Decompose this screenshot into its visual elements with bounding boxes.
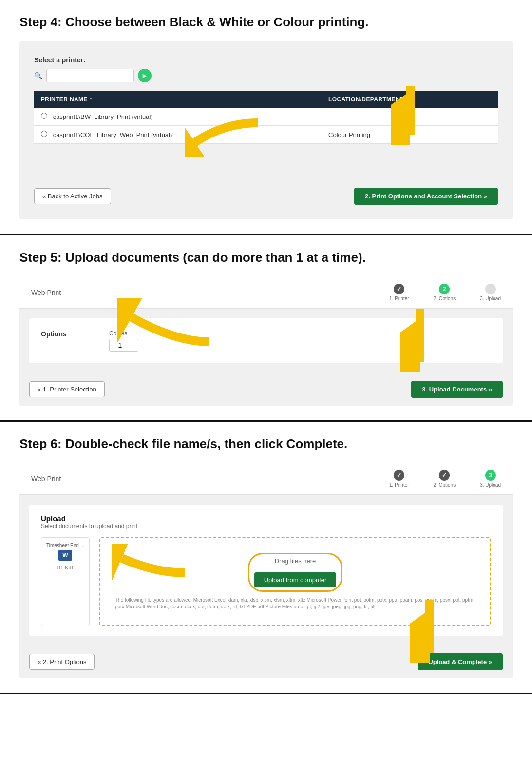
step6-footer: « 2. Print Options Upload & Complete » (19, 646, 513, 678)
webprint-label: Web Print (31, 289, 61, 296)
stepper-label-3: 3. Upload (480, 296, 501, 301)
upload-header: Upload Select documents to upload and pr… (41, 514, 491, 529)
print-options-account-button[interactable]: 2. Print Options and Account Selection » (354, 188, 498, 205)
step4-title: Step 4: Choose between Black & White or … (19, 15, 513, 30)
back-to-active-jobs-button[interactable]: « Back to Active Jobs (34, 188, 111, 204)
col-printer-name: PRINTER NAME ↑ (34, 91, 322, 108)
table-row: casprint1\BW_Library_Print (virtual) (34, 108, 498, 126)
stepper-label-1: 1. Printer (389, 482, 409, 488)
step5-title: Step 5: Upload documents (can do more th… (19, 250, 513, 265)
stepper-label-1: 1. Printer (389, 296, 409, 301)
step5-footer: « 1. Printer Selection 3. Upload Documen… (19, 373, 513, 406)
file-types-text: The following file types are allowed: Mi… (115, 597, 475, 610)
copies-label: Copies (109, 330, 138, 337)
drop-zone[interactable]: Drag files here Upload from computer The… (99, 537, 491, 626)
step4-section: Step 4: Choose between Black & White or … (0, 0, 532, 235)
step4-container: Select a printer: 🔍 ► PRINTER NAME ↑ LOC… (19, 41, 513, 219)
col-location: LOCATION/DEPARTMENT (322, 91, 498, 108)
stepper-label-2: 2. Options (434, 296, 456, 301)
file-name: Timesheet End ... (46, 543, 84, 548)
stepper-circle-1: ✓ (394, 284, 404, 294)
stepper-label-3: 3. Upload (480, 482, 501, 488)
stepper-circle-3 (485, 284, 496, 294)
upload-from-computer-button[interactable]: Upload from computer (254, 572, 337, 587)
search-go-button[interactable]: ► (138, 69, 152, 82)
options-label: Options (41, 330, 90, 338)
spacer (34, 144, 498, 173)
stepper-step-2: 22. Options (434, 284, 456, 301)
step5-container: Web Print ✓1. Printer22. Options3. Uploa… (19, 277, 513, 406)
upload-subtitle: Select documents to upload and print (41, 523, 137, 529)
stepper-step-1: ✓1. Printer (389, 284, 409, 301)
webprint-header6: Web Print ✓1. Printer✓2. Options33. Uplo… (19, 463, 513, 495)
stepper-step-2: ✓2. Options (434, 470, 456, 488)
step5-section: Step 5: Upload documents (can do more th… (0, 235, 532, 422)
file-preview: Timesheet End ... W 81 KiB (41, 537, 90, 626)
stepper-circle-2: ✓ (439, 470, 450, 481)
drag-text: Drag files here (275, 557, 316, 565)
upload-title: Upload (41, 514, 137, 523)
stepper-line (414, 476, 429, 476)
copies-section: Copies (109, 330, 138, 352)
webprint-header: Web Print ✓1. Printer22. Options3. Uploa… (19, 277, 513, 309)
upload-documents-button[interactable]: 3. Upload Documents » (411, 381, 503, 398)
printer-radio[interactable] (41, 113, 47, 119)
back-printer-selection-button[interactable]: « 1. Printer Selection (29, 381, 105, 397)
stepper-step-3: 33. Upload (480, 470, 501, 488)
stepper6: ✓1. Printer✓2. Options33. Upload (389, 470, 501, 488)
step6-title: Step 6: Double-check file name/s, then c… (19, 436, 513, 451)
step5-body: Options Copies (29, 318, 503, 363)
stepper-label-2: 2. Options (434, 482, 456, 488)
step6-container: Web Print ✓1. Printer✓2. Options33. Uplo… (19, 463, 513, 678)
printer-radio[interactable] (41, 131, 47, 137)
stepper-circle-3: 3 (485, 470, 496, 481)
options-row: Options Copies (41, 330, 491, 352)
printer-location-cell: Colour Printing (322, 126, 498, 144)
printer-name: casprint1\BW_Library_Print (virtual) (53, 113, 153, 120)
stepper-line (460, 290, 475, 290)
step6-body-wrap: Upload Select documents to upload and pr… (19, 505, 513, 636)
copies-input[interactable] (109, 339, 138, 352)
search-row: 🔍 ► (34, 69, 498, 82)
stepper-step-3: 3. Upload (480, 284, 501, 301)
step5-body-wrap: Options Copies (19, 318, 513, 363)
step6-body: Upload Select documents to upload and pr… (29, 505, 503, 636)
search-icon: 🔍 (34, 72, 42, 79)
step6-section: Step 6: Double-check file name/s, then c… (0, 422, 532, 694)
printer-name-cell[interactable]: casprint1\COL_Library_Web_Print (virtual… (34, 126, 322, 144)
file-size: 81 KiB (57, 565, 73, 570)
printer-table: PRINTER NAME ↑ LOCATION/DEPARTMENT caspr… (34, 91, 498, 144)
table-row: casprint1\COL_Library_Web_Print (virtual… (34, 126, 498, 144)
upload-complete-button[interactable]: Upload & Complete » (418, 653, 503, 670)
stepper-line (414, 290, 429, 290)
search-input[interactable] (46, 69, 134, 82)
step4-footer: « Back to Active Jobs 2. Print Options a… (34, 188, 498, 205)
upload-text-group: Upload Select documents to upload and pr… (41, 514, 137, 529)
table-area: PRINTER NAME ↑ LOCATION/DEPARTMENT caspr… (34, 91, 498, 144)
stepper-circle-1: ✓ (394, 470, 404, 481)
upload-content: Timesheet End ... W 81 KiB Drag files he… (41, 537, 491, 626)
webprint-label6: Web Print (31, 475, 61, 483)
stepper5: ✓1. Printer22. Options3. Upload (389, 284, 501, 301)
select-printer-label: Select a printer: (34, 56, 498, 64)
printer-name: casprint1\COL_Library_Web_Print (virtual… (53, 131, 172, 138)
back-print-options-button[interactable]: « 2. Print Options (29, 654, 95, 670)
stepper-line (460, 476, 475, 476)
upload-oval: Drag files here Upload from computer (248, 553, 343, 592)
stepper-circle-2: 2 (439, 284, 450, 294)
stepper-step-1: ✓1. Printer (389, 470, 409, 488)
printer-name-cell[interactable]: casprint1\BW_Library_Print (virtual) (34, 108, 322, 126)
printer-location-cell (322, 108, 498, 126)
word-icon: W (58, 550, 72, 561)
